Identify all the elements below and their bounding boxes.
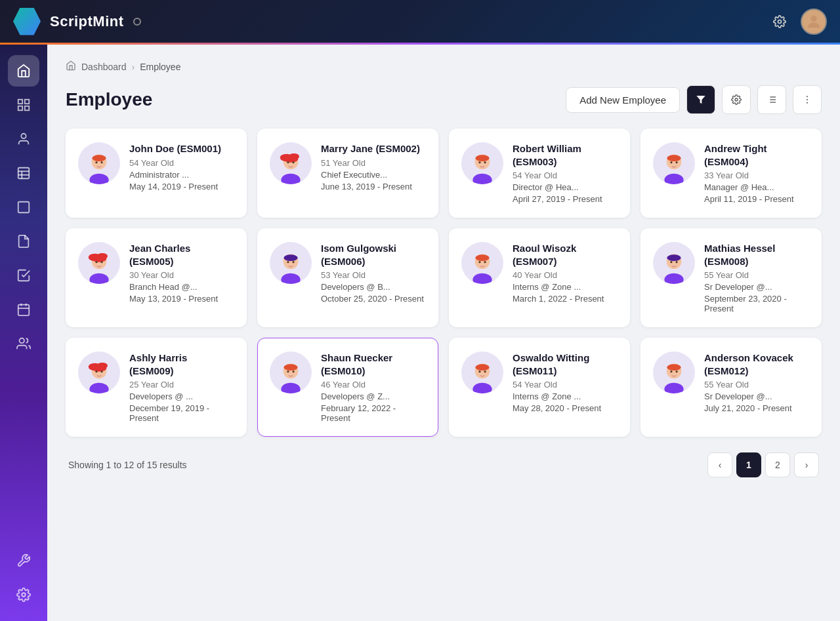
employee-dates: October 25, 2020 - Present	[321, 294, 426, 304]
employee-avatar	[653, 242, 695, 284]
sidebar-item-team[interactable]	[8, 328, 39, 359]
svg-point-16	[20, 338, 24, 343]
employee-avatar	[78, 351, 120, 393]
svg-point-77	[92, 365, 107, 372]
more-options-button[interactable]	[793, 85, 822, 114]
svg-rect-11	[18, 202, 30, 213]
employee-name: Ashly Harris (ESM009)	[129, 351, 234, 377]
svg-point-47	[664, 174, 683, 184]
employee-avatar	[270, 351, 312, 393]
employee-card[interactable]: Marry Jane (ESM002) 51 Year Old Chief Ex…	[257, 129, 438, 218]
svg-point-39	[287, 161, 289, 163]
sidebar-item-table[interactable]	[8, 157, 39, 189]
employee-dates: December 19, 2019 - Present	[129, 403, 234, 423]
svg-point-26	[807, 96, 808, 97]
employee-card[interactable]: Raoul Wisozk (ESM007) 40 Year Old Intern…	[449, 228, 630, 327]
svg-point-93	[670, 371, 672, 372]
sidebar-item-users[interactable]	[8, 123, 39, 155]
svg-point-44	[478, 161, 480, 163]
employee-card[interactable]: Anderson Kovacek (ESM012) 55 Year Old Sr…	[640, 338, 822, 437]
employee-dates: May 14, 2019 - Present	[129, 182, 234, 191]
employee-dates: March 1, 2022 - Present	[513, 294, 618, 304]
svg-point-84	[292, 371, 294, 372]
employee-role: Interns @ Zone ...	[513, 282, 618, 292]
employee-info: Raoul Wisozk (ESM007) 40 Year Old Intern…	[513, 242, 618, 304]
employee-avatar	[653, 142, 695, 184]
employee-card[interactable]: Andrew Tight (ESM004) 33 Year Old Manage…	[640, 129, 822, 218]
page-header: Employee Add New Employee	[66, 85, 822, 114]
svg-rect-3	[25, 100, 29, 104]
employee-role: Administrator ...	[129, 170, 234, 180]
sidebar-item-settings[interactable]	[8, 579, 39, 611]
employee-avatar	[270, 242, 312, 284]
employee-info: Mathias Hessel (ESM008) 55 Year Old Sr D…	[704, 242, 809, 313]
user-avatar[interactable]	[801, 9, 827, 35]
topbar-right	[768, 9, 827, 35]
svg-point-61	[287, 261, 289, 263]
header-actions: Add New Employee	[566, 85, 822, 114]
employee-role: Developers @ Z...	[321, 391, 426, 401]
employee-grid: John Doe (ESM001) 54 Year Old Administra…	[66, 129, 822, 437]
sidebar-item-calendar[interactable]	[8, 294, 39, 325]
svg-point-55	[92, 256, 107, 262]
employee-avatar	[653, 351, 695, 393]
svg-point-40	[292, 161, 294, 163]
breadcrumb-dashboard[interactable]: Dashboard	[81, 62, 127, 72]
employee-age: 53 Year Old	[321, 270, 426, 280]
sidebar-item-dashboard[interactable]	[8, 89, 39, 121]
sidebar-item-documents[interactable]	[8, 226, 39, 257]
employee-card[interactable]: Oswaldo Witting (ESM011) 54 Year Old Int…	[449, 338, 630, 437]
pagination-prev[interactable]: ‹	[707, 452, 732, 477]
employee-card[interactable]: Isom Gulgowski (ESM006) 53 Year Old Deve…	[257, 228, 438, 327]
employee-role: Interns @ Zone ...	[513, 391, 618, 401]
employee-card[interactable]: Shaun Ruecker (ESM010) 46 Year Old Devel…	[257, 338, 438, 437]
svg-point-57	[100, 261, 102, 263]
svg-point-49	[670, 161, 672, 163]
employee-role: Developers @ ...	[129, 391, 234, 401]
employee-card[interactable]: Ashly Harris (ESM009) 25 Year Old Develo…	[66, 338, 247, 437]
add-employee-button[interactable]: Add New Employee	[566, 87, 680, 113]
svg-point-42	[472, 174, 492, 184]
employee-age: 54 Year Old	[513, 380, 618, 390]
list-view-button[interactable]	[757, 85, 786, 114]
pagination-page-1[interactable]: 1	[736, 452, 761, 477]
sidebar-item-home[interactable]	[8, 55, 39, 87]
employee-dates: May 13, 2019 - Present	[129, 294, 234, 304]
svg-point-52	[89, 273, 108, 284]
sidebar-item-reports[interactable]	[8, 260, 39, 291]
sidebar-item-board[interactable]	[8, 191, 39, 223]
employee-card[interactable]: Mathias Hessel (ESM008) 55 Year Old Sr D…	[640, 228, 822, 327]
svg-point-28	[807, 102, 808, 104]
breadcrumb-home-icon	[66, 60, 76, 73]
svg-point-43	[475, 155, 489, 161]
sidebar-item-tools[interactable]	[8, 545, 39, 576]
settings-button[interactable]	[722, 85, 751, 114]
svg-point-35	[281, 174, 300, 184]
employee-card[interactable]: John Doe (ESM001) 54 Year Old Administra…	[66, 129, 247, 218]
svg-point-70	[667, 254, 681, 261]
pagination-next[interactable]: ›	[794, 452, 819, 477]
svg-point-48	[667, 155, 681, 161]
employee-card[interactable]: Jean Charles (ESM005) 30 Year Old Branch…	[66, 228, 247, 327]
employee-age: 40 Year Old	[513, 270, 618, 280]
svg-point-33	[100, 161, 102, 163]
svg-point-72	[675, 261, 677, 263]
settings-icon-btn[interactable]	[768, 10, 791, 33]
employee-age: 51 Year Old	[321, 158, 426, 168]
svg-point-30	[89, 174, 108, 184]
employee-avatar	[78, 142, 120, 184]
pagination-bar: Showing 1 to 12 of 15 results ‹ 1 2 ›	[66, 452, 822, 477]
svg-point-38	[284, 156, 299, 163]
employee-name: Shaun Ruecker (ESM010)	[321, 351, 426, 377]
employee-dates: May 28, 2020 - Present	[513, 403, 618, 413]
svg-point-82	[284, 364, 297, 371]
svg-point-1	[810, 15, 816, 21]
employee-card[interactable]: Robert William (ESM003) 54 Year Old Dire…	[449, 129, 630, 218]
breadcrumb-employee: Employee	[140, 62, 180, 72]
svg-point-69	[664, 273, 683, 284]
status-dot	[133, 18, 141, 26]
filter-button[interactable]	[686, 85, 715, 114]
employee-age: 33 Year Old	[704, 170, 809, 180]
pagination-page-2[interactable]: 2	[765, 452, 790, 477]
svg-point-71	[670, 261, 672, 263]
